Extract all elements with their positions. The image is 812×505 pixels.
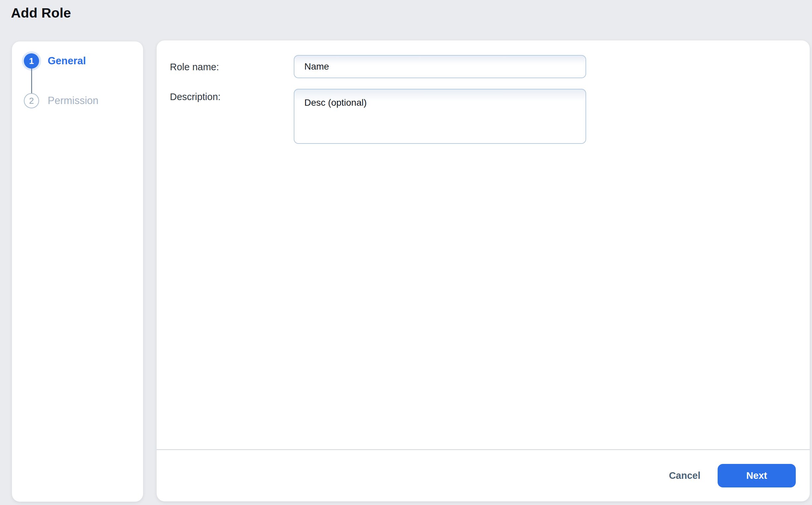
general-step-form-panel: Role name: Description: Cancel Next [157,40,810,501]
stepper-panel: 1 General 2 Permission [12,41,143,502]
footer-action-bar: Cancel Next [157,449,810,501]
step-2-number-badge: 2 [24,93,39,108]
stepper-step-general[interactable]: 1 General [12,53,143,68]
step-2-label: Permission [48,95,98,107]
step-2-number: 2 [29,96,34,106]
role-name-label: Role name: [170,62,219,72]
stepper-connector [31,68,32,95]
step-1-number: 1 [29,56,34,66]
description-input[interactable] [294,89,586,144]
cancel-button[interactable]: Cancel [667,467,703,484]
page-title: Add Role [11,5,71,21]
description-label: Description: [170,92,221,103]
step-1-number-badge: 1 [24,53,39,68]
step-1-label: General [48,55,86,67]
add-role-screen: Add Role 1 General 2 Permission Role nam… [0,0,812,505]
next-button[interactable]: Next [718,464,796,487]
stepper-step-permission[interactable]: 2 Permission [12,93,143,108]
role-name-input[interactable] [294,55,586,78]
